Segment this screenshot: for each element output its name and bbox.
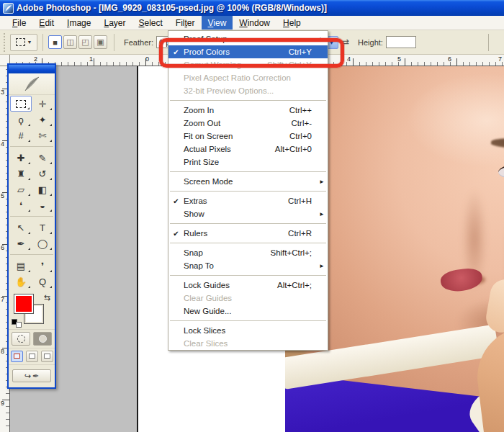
- menu-item-print-size[interactable]: Print Size: [168, 156, 328, 168]
- menu-item-screen-mode[interactable]: Screen Mode►: [168, 175, 328, 188]
- menu-item-zoom-in[interactable]: Zoom InCtrl++: [168, 104, 328, 117]
- menu-shortcut: Shift+Ctrl+;: [270, 248, 319, 257]
- menu-select[interactable]: Select: [132, 16, 168, 30]
- menu-item-label: Fit on Screen: [184, 132, 281, 140]
- menu-view[interactable]: View: [202, 16, 233, 30]
- menu-shortcut: Alt+Ctrl+0: [275, 145, 319, 153]
- ruler-label: 3: [1, 89, 4, 96]
- fullscreen-mode-button[interactable]: [41, 351, 53, 362]
- menu-item-32-bit-preview-options: 32-bit Preview Options...: [168, 84, 328, 97]
- lasso-tool[interactable]: ϙ: [10, 112, 32, 127]
- menu-item-extras[interactable]: ✔ExtrasCtrl+H: [168, 194, 328, 207]
- separator: [488, 34, 489, 51]
- menu-shortcut: Ctrl++: [289, 106, 319, 114]
- menu-separator: [170, 171, 326, 172]
- gradient-tool[interactable]: ◧: [32, 181, 53, 197]
- quick-mask-row: [9, 329, 55, 348]
- path-selection-tool[interactable]: ↖: [10, 220, 32, 235]
- options-bar-grip[interactable]: [2, 33, 6, 52]
- menu-item-label: New Guide...: [184, 307, 303, 315]
- menu-item-lock-guides[interactable]: Lock GuidesAlt+Ctrl+;: [168, 279, 328, 292]
- rectangular-marquee-tool[interactable]: [10, 96, 32, 112]
- quick-mask-mode-button[interactable]: [33, 332, 52, 346]
- magic-wand-tool[interactable]: ✦: [32, 112, 53, 127]
- checkmark-icon: ✔: [168, 48, 184, 56]
- crop-tool[interactable]: #: [10, 127, 32, 143]
- menu-item-show[interactable]: Show►: [168, 207, 328, 220]
- blur-tool[interactable]: ❛: [10, 197, 32, 213]
- menu-item-label: Show: [184, 210, 303, 218]
- toolbox-title-bar[interactable]: [9, 65, 55, 73]
- menu-item-new-guide[interactable]: New Guide...: [168, 305, 328, 318]
- menu-item-label: 32-bit Preview Options...: [184, 86, 303, 95]
- history-brush-tool[interactable]: ↺: [32, 166, 53, 181]
- menu-help[interactable]: Help: [276, 16, 307, 30]
- menu-item-snap-to[interactable]: Snap To►: [168, 259, 328, 272]
- menu-shortcut: Alt+Ctrl+;: [277, 281, 319, 289]
- menu-item-zoom-out[interactable]: Zoom OutCtrl+-: [168, 117, 328, 130]
- foreground-color-swatch[interactable]: [14, 294, 33, 313]
- swap-colors-icon[interactable]: ⇆: [44, 293, 50, 302]
- clone-stamp-tool[interactable]: ♜: [10, 166, 32, 181]
- subtract-from-selection-button[interactable]: ◰: [78, 35, 92, 49]
- menu-item-label: Screen Mode: [184, 177, 303, 186]
- selection-mode-buttons: ■◫◰▣: [48, 35, 109, 49]
- brush-tool[interactable]: ✎: [32, 150, 53, 166]
- window-title: Adobe Photoshop - [IMG_9929_083105-psed.…: [17, 3, 327, 13]
- ruler-label: 9: [1, 400, 4, 407]
- menu-filter[interactable]: Filter: [169, 16, 202, 30]
- move-tool[interactable]: ✛: [32, 96, 53, 112]
- add-to-selection-button[interactable]: ◫: [63, 35, 77, 49]
- fullscreen-with-menu-button[interactable]: [26, 351, 38, 362]
- imageready-feather-icon: ✒: [32, 372, 39, 381]
- menu-file[interactable]: File: [6, 16, 32, 30]
- title-bar: Adobe Photoshop - [IMG_9929_083105-psed.…: [0, 0, 504, 16]
- photoshop-window: { "window": { "title": "Adobe Photoshop …: [0, 0, 504, 432]
- menu-shortcut: Ctrl+R: [288, 229, 319, 238]
- ruler-label: 8: [1, 348, 4, 355]
- submenu-arrow-icon: ►: [319, 36, 326, 42]
- menu-image[interactable]: Image: [60, 16, 97, 30]
- menu-layer[interactable]: Layer: [97, 16, 132, 30]
- menu-edit[interactable]: Edit: [32, 16, 60, 30]
- ellipse-tool[interactable]: ◯: [32, 235, 53, 251]
- pen-tool[interactable]: ✒: [10, 235, 32, 251]
- standard-mode-button[interactable]: [12, 332, 30, 346]
- ruler-label: 7: [498, 55, 502, 63]
- standard-screen-mode-button[interactable]: [11, 351, 23, 362]
- eyedropper-tool[interactable]: ❜: [32, 258, 53, 274]
- menu-item-label: Clear Slices: [184, 339, 303, 348]
- menu-item-proof-colors[interactable]: ✔Proof ColorsCtrl+Y: [168, 45, 328, 58]
- imageready-row: ↪ ✒: [9, 364, 55, 387]
- hand-tool[interactable]: ✋: [10, 274, 32, 289]
- view-menu: Proof Setup►✔Proof ColorsCtrl+YGamut War…: [168, 30, 328, 351]
- swap-dimensions-icon[interactable]: ⇄: [341, 37, 349, 48]
- menu-bar: FileEditImageLayerSelectFilterViewWindow…: [0, 16, 504, 30]
- eraser-tool[interactable]: ▱: [10, 181, 32, 197]
- jump-arrow-icon: ↪: [24, 372, 31, 381]
- color-swatches: ⇆: [9, 292, 55, 329]
- default-colors-icon[interactable]: [12, 319, 22, 328]
- submenu-arrow-icon: ►: [319, 179, 326, 185]
- menu-item-lock-slices[interactable]: Lock Slices: [168, 324, 328, 337]
- separator: [114, 34, 114, 51]
- edit-in-imageready-button[interactable]: ↪ ✒: [12, 369, 51, 382]
- healing-brush-tool[interactable]: ✚: [10, 150, 32, 166]
- intersect-with-selection-button[interactable]: ▣: [94, 35, 107, 49]
- dodge-tool[interactable]: ◒: [32, 197, 53, 213]
- type-tool[interactable]: T: [32, 220, 53, 235]
- menu-item-proof-setup[interactable]: Proof Setup►: [168, 32, 328, 45]
- menu-item-fit-on-screen[interactable]: Fit on ScreenCtrl+0: [168, 130, 328, 143]
- new-selection-button[interactable]: ■: [48, 35, 62, 49]
- menu-item-actual-pixels[interactable]: Actual PixelsAlt+Ctrl+0: [168, 143, 328, 156]
- menu-item-snap[interactable]: SnapShift+Ctrl+;: [168, 246, 328, 259]
- slice-tool[interactable]: ✄: [32, 127, 53, 143]
- notes-tool[interactable]: ▤: [10, 258, 32, 274]
- feather-icon: [22, 76, 41, 93]
- height-input[interactable]: [386, 36, 416, 48]
- menu-item-rulers[interactable]: ✔RulersCtrl+R: [168, 227, 328, 240]
- menu-item-label: Zoom In: [184, 106, 281, 114]
- zoom-tool[interactable]: Q: [32, 274, 53, 289]
- tool-preset-picker[interactable]: ▼: [10, 34, 37, 51]
- menu-window[interactable]: Window: [233, 16, 276, 30]
